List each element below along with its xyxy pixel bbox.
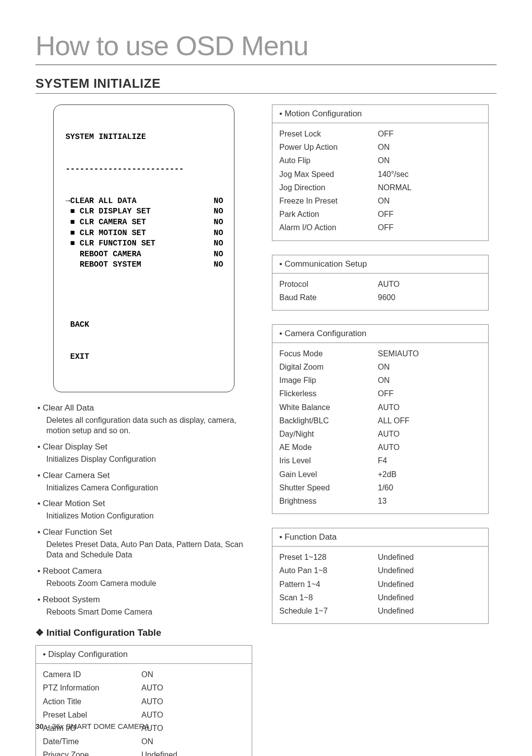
row-value: ALL OFF [378,414,481,427]
table-row: Action TitleAUTO [43,695,245,708]
card-body: ProtocolAUTOBaud Rate9600 [272,274,488,310]
row-key: AE Mode [279,441,378,454]
table-row: Shutter Speed1/60 [279,481,481,494]
osd-item-label: REBOOT SYSTEM [66,260,141,271]
osd-menu-row: REBOOT SYSTEMNO [66,260,223,271]
description-body: Initializes Display Configuration [37,454,252,465]
description-term: Clear Motion Set [37,499,252,509]
two-column-layout: SYSTEM INITIALIZE ----------------------… [35,104,497,756]
row-key: Baud Rate [279,291,378,304]
table-row: Pattern 1~4Undefined [279,578,481,591]
page-title: How to use OSD Menu [35,30,497,62]
osd-heading: SYSTEM INITIALIZE [66,132,223,143]
osd-item-value: NO [214,228,223,239]
row-key: Digital Zoom [279,360,378,374]
osd-menu-row: REBOOT CAMERANO [66,249,223,260]
description-item: Clear All DataDeletes all configuration … [37,403,252,436]
description-term: Clear Camera Set [37,471,252,481]
table-row: Focus ModeSEMIAUTO [279,347,481,360]
row-value: Undefined [378,578,481,591]
osd-menu-row: ■ CLR CAMERA SETNO [66,217,223,228]
osd-menu-row: →CLEAR ALL DATANO [66,196,223,207]
row-value: OFF [378,387,481,400]
card-body: Preset 1~128UndefinedAuto Pan 1~8Undefin… [272,547,488,623]
comm-setup-card: Communication Setup ProtocolAUTOBaud Rat… [272,255,489,310]
row-value: AUTO [378,277,481,291]
footer-model: 36x SMART DOME CAMERA [52,722,149,730]
table-row: Scan 1~8Undefined [279,591,481,604]
table-row: Preset 1~128Undefined [279,550,481,564]
osd-back: BACK [66,320,223,331]
function-data-card: Function Data Preset 1~128UndefinedAuto … [272,528,489,624]
footer-sep: – [44,722,52,730]
table-row: Brightness13 [279,494,481,508]
row-key: Scan 1~8 [279,591,378,604]
row-value: Undefined [378,550,481,564]
row-key: Jog Direction [279,181,378,194]
row-key: Flickerless [279,387,378,400]
table-row: Jog Max Speed140°/sec [279,168,481,181]
row-key: Schedule 1~7 [279,604,378,618]
row-value: OFF [378,221,481,234]
row-key: Jog Max Speed [279,168,378,181]
table-row: Gain Level+2dB [279,468,481,481]
card-body: Camera IDONPTZ InformationAUTOAction Tit… [36,664,252,756]
description-term: Reboot System [37,595,252,605]
row-key: Park Action [279,207,378,221]
osd-item-label: ■ CLR MOTION SET [66,228,146,239]
description-item: Clear Function SetDeletes Preset Data, A… [37,527,252,560]
row-value: OFF [378,207,481,221]
row-value: ON [141,668,245,681]
row-value: ON [378,194,481,207]
row-value: ON [141,735,245,748]
row-key: Power Up Action [279,140,378,154]
osd-menu-row: ■ CLR MOTION SETNO [66,228,223,239]
description-item: Clear Camera SetInitializes Camera Confi… [37,471,252,493]
table-row: Preset LockOFF [279,127,481,140]
table-row: Auto Pan 1~8Undefined [279,564,481,577]
card-header: Motion Configuration [272,105,488,123]
osd-item-label: ■ CLR DISPLAY SET [66,206,151,217]
osd-item-value: NO [214,217,223,228]
description-item: Clear Motion SetInitializes Motion Confi… [37,499,252,521]
table-row: FlickerlessOFF [279,387,481,400]
description-body: Initializes Motion Configuration [37,511,252,521]
osd-item-value: NO [214,206,223,217]
row-value: Undefined [378,604,481,618]
table-row: Baud Rate9600 [279,291,481,304]
row-key: Action Title [43,695,141,708]
row-value: AUTO [378,401,481,414]
description-term: Clear Function Set [37,527,252,537]
osd-menu-row: ■ CLR DISPLAY SETNO [66,206,223,217]
table-row: PTZ InformationAUTO [43,681,245,694]
description-body: Initializes Camera Configuration [37,482,252,493]
row-key: Brightness [279,494,378,508]
osd-item-value: NO [214,249,223,260]
description-item: Clear Display SetInitializes Display Con… [37,442,252,465]
row-value: ON [378,374,481,387]
row-value: ON [378,140,481,154]
row-value: OFF [378,127,481,140]
osd-item-label: REBOOT CAMERA [66,249,141,260]
description-list: Clear All DataDeletes all configuration … [35,403,252,617]
card-header: Function Data [272,528,488,547]
row-value: NORMAL [378,181,481,194]
table-row: AE ModeAUTO [279,441,481,454]
osd-item-label: →CLEAR ALL DATA [66,196,136,207]
section-heading: SYSTEM INITIALIZE [35,76,497,91]
row-key: Preset Label [43,708,141,722]
description-body: Reboots Smart Dome Camera [37,607,252,618]
description-term: Clear All Data [37,403,252,413]
table-row: White BalanceAUTO [279,401,481,414]
card-body: Preset LockOFFPower Up ActionONAuto Flip… [272,123,488,241]
table-row: Date/TimeON [43,735,245,748]
table-row: Image FlipON [279,374,481,387]
row-key: Alarm I/O Action [279,221,378,234]
osd-exit: EXIT [66,352,223,363]
card-header: Communication Setup [272,255,488,274]
row-key: Gain Level [279,468,378,481]
row-key: Preset 1~128 [279,550,378,564]
row-key: Date/Time [43,735,141,748]
osd-menu-box: SYSTEM INITIALIZE ----------------------… [53,104,234,392]
row-value: AUTO [378,427,481,441]
